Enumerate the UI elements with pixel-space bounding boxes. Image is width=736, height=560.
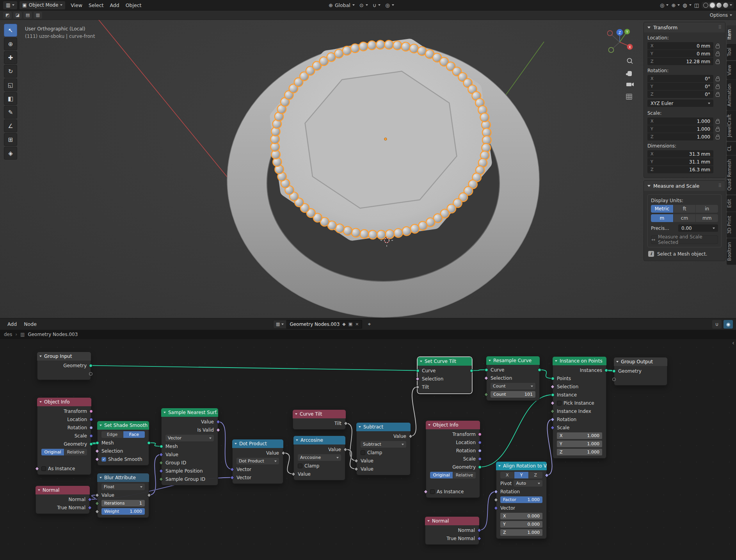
- socket-icon[interactable]: [343, 421, 348, 425]
- node-header[interactable]: Instance on Points: [553, 357, 606, 365]
- node-tree-name-field[interactable]: Geometry Nodes.003 ◆ ▣ ×: [286, 320, 362, 329]
- node-set-shade-smooth[interactable]: Set Shade SmoothEdgeFaceMeshSelection✓Sh…: [97, 421, 149, 466]
- tool-tweak-button[interactable]: ↖: [4, 24, 17, 37]
- socket-icon[interactable]: [494, 489, 498, 494]
- socket-icon[interactable]: [343, 447, 347, 452]
- menu-object[interactable]: Object: [123, 0, 145, 10]
- rotation-mode-select[interactable]: XYZ Euler: [647, 100, 713, 107]
- node-header[interactable]: Normal: [36, 486, 90, 494]
- socket-icon[interactable]: [95, 457, 99, 461]
- socket-icon[interactable]: [494, 498, 498, 502]
- value-field-x[interactable]: X31.3 mm: [647, 150, 713, 158]
- socket-icon[interactable]: [544, 473, 549, 477]
- socket-icon[interactable]: [494, 506, 498, 510]
- breadcrumb-current[interactable]: Geometry Nodes.003: [28, 332, 78, 337]
- socket-icon[interactable]: [159, 477, 163, 481]
- grid-ortho-icon[interactable]: [626, 94, 632, 100]
- browse-tree-button[interactable]: ▥: [273, 320, 286, 329]
- socket-icon[interactable]: [477, 536, 481, 540]
- unlink-icon[interactable]: ×: [355, 322, 359, 327]
- socket-icon[interactable]: [550, 401, 555, 405]
- socket-icon[interactable]: [484, 376, 488, 380]
- value-field-x[interactable]: X1.000: [647, 117, 713, 125]
- toggle-option-edge[interactable]: Edge: [101, 431, 123, 438]
- dropdown[interactable]: Count: [491, 383, 535, 389]
- socket-icon[interactable]: [604, 368, 608, 372]
- node-group-input[interactable]: Group InputGeometry: [37, 352, 91, 380]
- length-unit-mm[interactable]: mm: [696, 214, 718, 222]
- socket-icon[interactable]: [147, 441, 151, 444]
- measure-panel-header[interactable]: Measure and Scale ⠿: [644, 181, 725, 191]
- node-header[interactable]: Object Info: [426, 421, 480, 429]
- tool-move-button[interactable]: ✚: [4, 51, 17, 64]
- tool-transform-button[interactable]: ◧: [4, 92, 17, 105]
- lock-icon[interactable]: [716, 61, 720, 64]
- socket-icon[interactable]: [281, 451, 285, 455]
- socket-icon[interactable]: [89, 418, 93, 421]
- gizmos-toggle[interactable]: ⊕: [671, 2, 680, 8]
- axis-neg-x-ball[interactable]: [608, 31, 613, 36]
- socket-icon[interactable]: [550, 425, 555, 430]
- tool-jewelcraft-button[interactable]: ◈: [4, 147, 17, 160]
- checkbox[interactable]: [557, 401, 562, 405]
- socket-icon[interactable]: [216, 428, 220, 432]
- socket-icon[interactable]: [159, 452, 163, 457]
- precision-select[interactable]: 0.00: [678, 224, 718, 232]
- tool-rotate-button[interactable]: ↻: [4, 65, 17, 78]
- node-resample-curve[interactable]: Resample CurveCurveSelectionCountCount10…: [486, 356, 540, 401]
- vector-component-field[interactable]: X0.000: [500, 513, 542, 519]
- tool-cursor-button[interactable]: ⊕: [4, 37, 17, 50]
- transform-orientation-select[interactable]: ⊕ Global: [329, 2, 355, 8]
- sidebar-tab-quad-remesh[interactable]: Quad Remesh: [727, 155, 736, 194]
- tool-settings-icon-0[interactable]: ◩: [3, 12, 12, 19]
- shading-wireframe-button[interactable]: [703, 3, 708, 8]
- node-header[interactable]: Arccosine: [293, 436, 345, 444]
- sidebar-tab-view[interactable]: View: [727, 61, 736, 79]
- socket-icon[interactable]: [95, 493, 99, 497]
- node-header[interactable]: Dot Product: [232, 439, 283, 448]
- sidebar-tab-item[interactable]: Item: [727, 25, 736, 43]
- shading-rendered-button[interactable]: [723, 3, 728, 8]
- dropdown[interactable]: Float: [101, 484, 145, 490]
- socket-icon[interactable]: [416, 369, 420, 372]
- node-header[interactable]: Curve Tilt: [293, 410, 346, 418]
- sidebar-tab-3d-print[interactable]: 3D Print: [727, 212, 736, 238]
- checkbox[interactable]: ✓: [101, 457, 106, 462]
- socket-icon[interactable]: [89, 364, 92, 367]
- value-field-y[interactable]: Y1.000: [647, 125, 713, 133]
- shading-solid-button[interactable]: [710, 3, 715, 8]
- shading-material-button[interactable]: [716, 3, 722, 8]
- socket-icon[interactable]: [147, 493, 151, 497]
- mode-select[interactable]: ▣ Object Mode: [20, 1, 65, 9]
- lock-icon[interactable]: [716, 128, 720, 132]
- sidebar-tab-cl[interactable]: CL: [727, 142, 736, 155]
- pin-icon[interactable]: ⌖: [364, 320, 374, 329]
- vector-component-field[interactable]: X1.000: [557, 432, 602, 439]
- socket-icon[interactable]: [551, 377, 555, 380]
- value-field-y[interactable]: Y31.1 mm: [647, 158, 713, 165]
- lock-icon[interactable]: [716, 86, 720, 89]
- socket-icon[interactable]: [230, 475, 234, 480]
- node-header[interactable]: Blur Attribute: [97, 473, 149, 482]
- node-header[interactable]: Resample Curve: [486, 356, 540, 365]
- snap-toggle[interactable]: ∪: [373, 2, 381, 8]
- vector-component-field[interactable]: Y1.000: [557, 441, 602, 447]
- value-field-x[interactable]: X0°: [647, 75, 713, 82]
- socket-icon[interactable]: [538, 368, 541, 372]
- breadcrumb-root[interactable]: des: [4, 332, 12, 337]
- socket-icon[interactable]: [87, 497, 92, 501]
- sidebar-tab-animation[interactable]: Animation: [727, 80, 736, 110]
- socket-icon[interactable]: [95, 509, 99, 514]
- lock-icon[interactable]: [716, 45, 720, 48]
- value-field-z[interactable]: Z16.3 mm: [647, 166, 713, 173]
- socket-icon[interactable]: [95, 501, 99, 505]
- value-field-x[interactable]: X0 mm: [647, 42, 713, 50]
- socket-icon[interactable]: [159, 469, 163, 473]
- checkbox[interactable]: [361, 450, 365, 455]
- value-field-y[interactable]: Y0 mm: [647, 50, 713, 57]
- proportional-editing-toggle[interactable]: ◎: [385, 2, 394, 8]
- socket-icon[interactable]: [87, 505, 92, 510]
- virtual-socket-icon[interactable]: [89, 372, 92, 375]
- sidebar-tab-jewelcraft[interactable]: JewelCraft: [727, 110, 736, 141]
- socket-icon[interactable]: [550, 417, 555, 421]
